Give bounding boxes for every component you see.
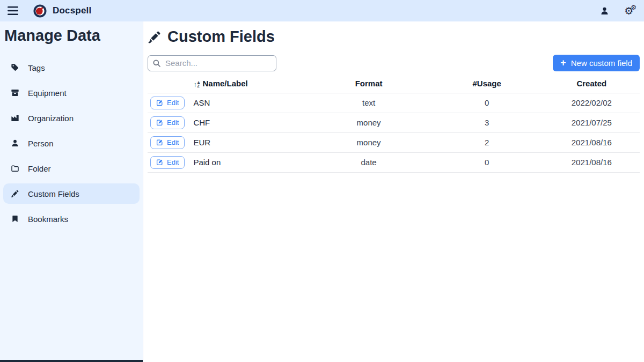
edit-icon: [156, 159, 163, 166]
page-title: Custom Fields: [148, 28, 640, 46]
gears-icon: ⚙ ⚙: [624, 6, 636, 16]
toolbar: + New custom field: [148, 55, 640, 71]
sidebar-item-bookmarks[interactable]: Bookmarks: [3, 209, 140, 229]
cell-usage: 3: [430, 113, 544, 132]
cell-usage: 0: [430, 152, 544, 172]
hamburger-menu-button[interactable]: [8, 6, 18, 15]
cell-usage: 0: [430, 93, 544, 113]
new-custom-field-button[interactable]: + New custom field: [553, 55, 640, 71]
bookmark-icon: [11, 215, 19, 223]
cell-created: 2021/07/25: [544, 113, 640, 132]
table-header-row: ↑ AZ Name/Label Format #Usage Created: [148, 77, 640, 93]
cell-name: CHF: [189, 113, 307, 132]
table-row: Edit Paid on date 0 2021/08/16: [148, 152, 640, 172]
header-created: Created: [544, 77, 640, 93]
custom-fields-table: ↑ AZ Name/Label Format #Usage Created Ed…: [148, 77, 640, 173]
cell-name: EUR: [189, 132, 307, 152]
edit-icon: [156, 119, 163, 126]
edit-icon: [156, 99, 163, 106]
app-title: Docspell: [53, 5, 91, 16]
industry-icon: [11, 114, 19, 122]
main-content: Custom Fields + New custom field ↑: [143, 21, 644, 362]
header-edit-spacer: [148, 77, 189, 93]
user-icon: [600, 6, 609, 16]
sidebar-item-label: Person: [28, 139, 54, 148]
tag-icon: [11, 63, 19, 72]
new-custom-field-label: New custom field: [571, 58, 632, 68]
person-icon: [11, 139, 19, 147]
pen-icon: [11, 189, 19, 198]
sidebar-item-tags[interactable]: Tags: [3, 57, 140, 78]
cell-format: money: [307, 113, 430, 132]
sidebar-item-label: Organization: [28, 114, 74, 123]
sidebar-item-label: Equipment: [28, 88, 67, 98]
table-row: Edit ASN text 0 2022/02/02: [148, 93, 640, 113]
sidebar-item-label: Bookmarks: [28, 215, 68, 224]
cell-name: ASN: [189, 93, 307, 113]
cell-format: date: [307, 152, 430, 172]
sidebar-item-equipment[interactable]: Equipment: [3, 83, 140, 103]
cell-created: 2021/08/16: [544, 152, 640, 172]
sidebar-footer-bar: [0, 360, 143, 362]
sidebar-item-person[interactable]: Person: [3, 133, 140, 153]
sidebar-item-custom-fields[interactable]: Custom Fields: [3, 183, 140, 204]
cell-created: 2021/08/16: [544, 132, 640, 152]
table-row: Edit CHF money 3 2021/07/25: [148, 113, 640, 132]
search-input[interactable]: [148, 55, 276, 71]
edit-button[interactable]: Edit: [150, 116, 185, 129]
edit-button[interactable]: Edit: [150, 97, 185, 109]
table-row: Edit EUR money 2 2021/08/16: [148, 132, 640, 152]
edit-button[interactable]: Edit: [150, 136, 185, 149]
sidebar-item-folder[interactable]: Folder: [3, 158, 140, 179]
cell-created: 2022/02/02: [544, 93, 640, 113]
header-name-label[interactable]: ↑ AZ Name/Label: [189, 77, 307, 93]
page-title-text: Custom Fields: [167, 28, 275, 46]
cell-name: Paid on: [189, 152, 307, 172]
box-icon: [11, 88, 19, 97]
plus-icon: +: [560, 58, 566, 68]
sort-alpha-icon: ↑ AZ: [193, 82, 200, 88]
edit-icon: [156, 139, 163, 146]
header-usage: #Usage: [430, 77, 544, 93]
sidebar-item-label: Custom Fields: [28, 189, 79, 198]
sidebar-title: Manage Data: [4, 27, 143, 45]
user-menu-button[interactable]: [600, 6, 609, 16]
sidebar-item-organization[interactable]: Organization: [3, 108, 140, 128]
docspell-logo-icon: [33, 4, 47, 18]
edit-button[interactable]: Edit: [150, 156, 185, 169]
search-icon: [152, 59, 161, 68]
pen-icon: [148, 30, 162, 44]
topbar: Docspell ⚙ ⚙: [0, 0, 644, 21]
folder-icon: [11, 164, 19, 173]
sidebar: Manage Data Tags Equipment Organization …: [0, 21, 143, 362]
search-box: [148, 55, 276, 71]
header-format: Format: [307, 77, 430, 93]
settings-button[interactable]: ⚙ ⚙: [624, 6, 636, 16]
cell-format: money: [307, 132, 430, 152]
cell-usage: 2: [430, 132, 544, 152]
hamburger-icon: [8, 6, 18, 15]
sidebar-item-label: Folder: [28, 164, 51, 173]
sidebar-item-label: Tags: [28, 63, 45, 72]
cell-format: text: [307, 93, 430, 113]
